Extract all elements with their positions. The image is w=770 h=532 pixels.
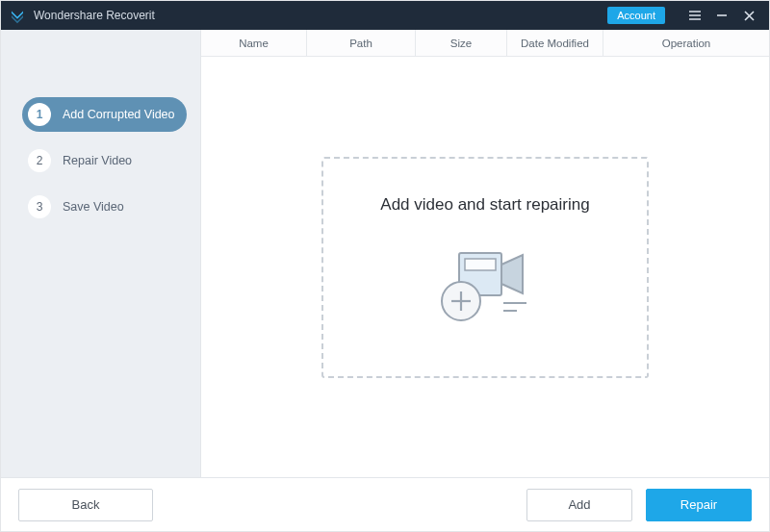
table-header: Name Path Size Date Modified Operation [201,30,769,57]
body: 1 Add Corrupted Video 2 Repair Video 3 S… [1,30,769,477]
app-logo-icon [9,7,26,24]
step-label: Repair Video [63,154,132,167]
step-number: 1 [28,103,51,126]
footer: Back Add Repair [1,477,769,531]
empty-state: Add video and start repairing [201,57,769,477]
step-add-corrupted-video[interactable]: 1 Add Corrupted Video [22,97,187,132]
back-button[interactable]: Back [18,489,153,521]
step-repair-video[interactable]: 2 Repair Video [22,143,187,178]
sidebar: 1 Add Corrupted Video 2 Repair Video 3 S… [1,30,200,477]
column-path: Path [307,30,416,56]
app-title: Wondershare Recoverit [34,9,155,22]
main-panel: Name Path Size Date Modified Operation A… [200,30,769,477]
repair-button[interactable]: Repair [646,489,752,521]
column-date-modified: Date Modified [507,30,603,56]
minimize-icon[interactable] [711,5,732,26]
step-label: Save Video [63,200,124,214]
svg-rect-3 [465,259,496,270]
step-label: Add Corrupted Video [63,108,175,121]
add-button[interactable]: Add [526,489,632,521]
svg-marker-1 [12,15,23,23]
account-button[interactable]: Account [607,7,665,24]
video-camera-add-icon [423,245,548,332]
step-number: 2 [28,149,51,172]
menu-icon[interactable] [684,5,706,26]
step-number: 3 [28,195,51,218]
dropzone[interactable]: Add video and start repairing [321,157,649,378]
app-window: Wondershare Recoverit Account 1 Add Corr… [0,0,770,532]
dropzone-title: Add video and start repairing [380,195,589,215]
column-name: Name [201,30,307,56]
column-operation: Operation [603,30,769,56]
step-save-video[interactable]: 3 Save Video [22,190,187,224]
titlebar: Wondershare Recoverit Account [1,1,769,30]
close-icon[interactable] [738,5,759,26]
column-size: Size [416,30,507,56]
